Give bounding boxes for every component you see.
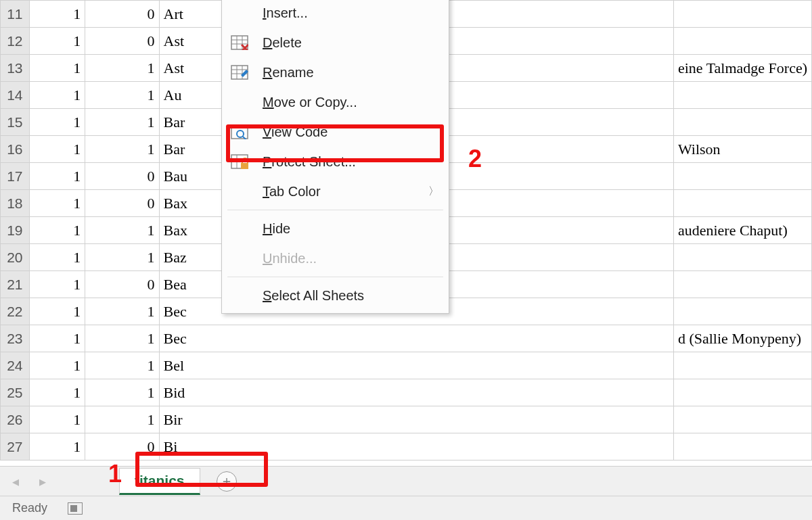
menu-label: Unhide... (263, 251, 439, 266)
add-sheet-button[interactable]: ＋ (217, 471, 237, 492)
tab-nav-next[interactable]: ▸ (31, 470, 54, 493)
cell[interactable]: 1 (29, 352, 85, 379)
table-row: 2511Bid (1, 379, 812, 406)
cell[interactable]: d (Sallie Monypeny) (673, 325, 811, 352)
cell[interactable]: 1 (85, 379, 159, 406)
sheet-tab-titanics[interactable]: titanics (119, 468, 200, 495)
tab-nav-prev[interactable]: ◂ (4, 470, 27, 493)
cell[interactable] (673, 82, 811, 109)
row-header[interactable]: 27 (1, 433, 30, 460)
cell[interactable]: 1 (85, 82, 159, 109)
cell[interactable]: 1 (85, 244, 159, 271)
cell[interactable]: 1 (85, 325, 159, 352)
cell[interactable]: 1 (29, 406, 85, 433)
cell[interactable]: 1 (29, 325, 85, 352)
row-header[interactable]: 14 (1, 82, 30, 109)
cell[interactable]: 1 (29, 244, 85, 271)
cell[interactable]: 1 (29, 82, 85, 109)
menu-protect-sheet[interactable]: Protect Sheet... (222, 147, 449, 176)
menu-separator (227, 210, 443, 210)
cell[interactable] (673, 352, 811, 379)
cell[interactable]: audeniere Chaput) (673, 217, 811, 244)
menu-view-code[interactable]: View Code (222, 117, 449, 147)
menu-select-all-sheets[interactable]: Select All Sheets (222, 281, 449, 310)
cell[interactable]: 1 (29, 271, 85, 298)
cell[interactable]: Bel (159, 352, 673, 379)
cell[interactable]: eine Talmadge Force) (673, 55, 811, 82)
menu-rename[interactable]: Rename (222, 57, 449, 87)
row-header[interactable]: 13 (1, 55, 30, 82)
row-header[interactable]: 21 (1, 271, 30, 298)
cell[interactable]: 0 (85, 163, 159, 190)
menu-move-or-copy[interactable]: Move or Copy... (222, 87, 449, 117)
cell[interactable]: 1 (29, 28, 85, 55)
row-header[interactable]: 11 (1, 1, 30, 28)
cell[interactable]: 1 (29, 298, 85, 325)
cell[interactable]: 1 (85, 352, 159, 379)
row-header[interactable]: 17 (1, 163, 30, 190)
cell[interactable]: 1 (29, 55, 85, 82)
cell[interactable] (673, 163, 811, 190)
cell[interactable]: 1 (85, 298, 159, 325)
cell[interactable]: 0 (85, 1, 159, 28)
cell[interactable] (673, 1, 811, 28)
cell[interactable]: 1 (29, 136, 85, 163)
cell[interactable] (673, 433, 811, 460)
row-header[interactable]: 25 (1, 379, 30, 406)
cell[interactable]: Wilson (673, 136, 811, 163)
cell[interactable]: 1 (29, 433, 85, 460)
row-header[interactable]: 24 (1, 352, 30, 379)
cell[interactable]: 1 (29, 109, 85, 136)
menu-label: Move or Copy... (263, 95, 439, 110)
cell[interactable]: Bid (159, 379, 673, 406)
cell[interactable]: 1 (85, 109, 159, 136)
status-ready: Ready (12, 501, 47, 515)
cell[interactable] (673, 298, 811, 325)
row-header[interactable]: 18 (1, 190, 30, 217)
menu-label: Delete (263, 35, 439, 51)
row-header[interactable]: 22 (1, 298, 30, 325)
cell[interactable]: 1 (85, 55, 159, 82)
cell[interactable] (673, 244, 811, 271)
cell[interactable]: 1 (29, 1, 85, 28)
cell[interactable]: Bec (159, 325, 673, 352)
menu-label: Tab Color (263, 184, 418, 199)
row-header[interactable]: 26 (1, 406, 30, 433)
cell[interactable]: 1 (29, 190, 85, 217)
macro-record-icon[interactable] (68, 502, 83, 515)
cell[interactable] (673, 190, 811, 217)
cell[interactable]: 1 (85, 406, 159, 433)
cell[interactable]: 0 (85, 433, 159, 460)
row-header[interactable]: 12 (1, 28, 30, 55)
row-header[interactable]: 19 (1, 217, 30, 244)
cell[interactable]: 0 (85, 28, 159, 55)
cell[interactable]: 1 (85, 136, 159, 163)
delete-icon (227, 32, 252, 53)
cell[interactable]: Bi (159, 433, 673, 460)
status-bar: Ready (0, 496, 812, 520)
cell[interactable] (673, 271, 811, 298)
cell[interactable] (673, 379, 811, 406)
cell[interactable]: 1 (29, 379, 85, 406)
row-header[interactable]: 15 (1, 109, 30, 136)
menu-insert[interactable]: Insert... (222, 0, 449, 28)
view-code-icon (227, 122, 252, 142)
row-header[interactable]: 20 (1, 244, 30, 271)
menu-tab-color[interactable]: Tab Color 〉 (222, 176, 449, 206)
cell[interactable]: 0 (85, 190, 159, 217)
cell[interactable] (673, 406, 811, 433)
cell[interactable]: 1 (85, 217, 159, 244)
blank-icon (227, 218, 252, 239)
sheet-tab-strip: ◂ ▸ titanics ＋ (0, 466, 812, 496)
cell[interactable]: 1 (29, 217, 85, 244)
cell[interactable] (673, 28, 811, 55)
blank-icon (227, 285, 252, 306)
cell[interactable] (673, 109, 811, 136)
cell[interactable]: 0 (85, 271, 159, 298)
row-header[interactable]: 16 (1, 136, 30, 163)
cell[interactable]: 1 (29, 163, 85, 190)
cell[interactable]: Bir (159, 406, 673, 433)
menu-hide[interactable]: Hide (222, 214, 449, 243)
row-header[interactable]: 23 (1, 325, 30, 352)
menu-delete[interactable]: Delete (222, 28, 449, 57)
